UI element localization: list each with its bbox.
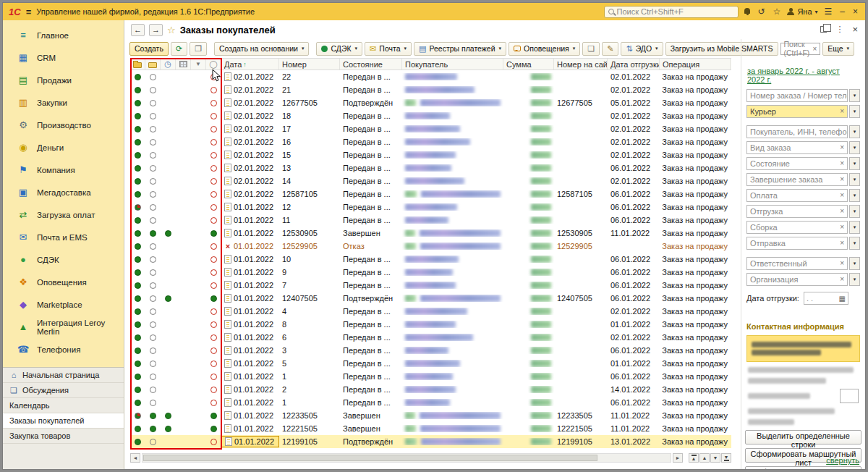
- clear-filter-icon[interactable]: ×: [838, 259, 844, 267]
- filter-input-courier[interactable]: Курьер×: [746, 105, 848, 118]
- column-header-folder-icon[interactable]: [145, 59, 161, 69]
- small-input[interactable]: [840, 389, 859, 403]
- table-row[interactable]: ×01.01.202212529905Отказ12529905Заказ на…: [130, 240, 731, 253]
- sidebar-item-purchases[interactable]: ▥Закупки: [3, 91, 124, 114]
- sidebar-item-leroy[interactable]: ▲Интеграция Leroy Merlin: [3, 316, 124, 338]
- filter-input-state[interactable]: Состояние×: [746, 157, 848, 170]
- window-tab-customer-orders[interactable]: Заказы покупателей: [3, 413, 124, 429]
- sidebar-item-post-ems[interactable]: ✉Почта и EMS: [3, 226, 124, 248]
- table-row[interactable]: 01.01.202212233505Завершен1223350511.01.…: [130, 409, 731, 422]
- document-button[interactable]: ❏: [582, 42, 600, 56]
- create-button[interactable]: Создать: [129, 42, 169, 56]
- table-row[interactable]: 02.01.202221Передан в ...02.01.2022Заказ…: [130, 83, 731, 96]
- sidebar-item-production[interactable]: ⚙Производство: [3, 114, 124, 136]
- table-row[interactable]: 01.01.202211Передан в ...06.01.2022Заказ…: [130, 214, 731, 227]
- column-header-state[interactable]: Состояние: [340, 59, 402, 69]
- row-down-icon[interactable]: ▼: [710, 453, 720, 463]
- filter-dropdown-icon[interactable]: ▾: [849, 105, 860, 118]
- window-tab-discussions[interactable]: ❏Обсуждения: [3, 383, 124, 398]
- table-row[interactable]: 02.01.202217Передан в ...02.01.2022Заказ…: [130, 122, 731, 135]
- edit-list-button[interactable]: ✎: [602, 42, 618, 56]
- table-row[interactable]: 02.01.202212677505Подтверждён1267750505.…: [130, 96, 731, 109]
- table-row[interactable]: 02.01.202214Передан в ...02.01.2022Заказ…: [130, 174, 731, 187]
- edo-menu-button[interactable]: ⇅ЭДО▾: [621, 42, 663, 56]
- select-rows-button[interactable]: Выделить определенные строки: [745, 430, 861, 444]
- filter-input-customer[interactable]: Покупатель, ИНН, телефон×: [746, 125, 848, 138]
- cdek-menu-button[interactable]: СДЭК▾: [316, 42, 362, 56]
- filter-input-shipment[interactable]: Отгрузка×: [746, 205, 848, 218]
- clear-filter-icon[interactable]: ×: [838, 239, 844, 247]
- clear-filter-icon[interactable]: ×: [838, 191, 844, 199]
- period-link[interactable]: за январь 2022 г. - август 2022 г.: [747, 67, 859, 84]
- table-row[interactable]: 01.01.202212221505Завершен1222150511.01.…: [130, 422, 731, 435]
- table-row[interactable]: 01.01.20223Передан в ...06.01.2022Заказ …: [130, 344, 731, 357]
- favorites-icon[interactable]: ☆: [772, 7, 783, 17]
- sidebar-item-marketplace[interactable]: ◆Marketplace: [3, 293, 124, 316]
- table-row[interactable]: 01.01.20229Передан в ...06.01.2022Заказ …: [130, 266, 731, 279]
- table-row[interactable]: 01.01.20225Передан в ...01.01.2022Заказ …: [130, 357, 731, 370]
- table-row[interactable]: 01.01.20221Передан в ...06.01.2022Заказ …: [130, 370, 731, 383]
- sidebar-item-sales[interactable]: ▤Продажи: [3, 69, 124, 91]
- scrollbar-thumb[interactable]: [143, 455, 597, 461]
- sidebar-item-company[interactable]: ⚑Компания: [3, 159, 124, 181]
- calendar-icon[interactable]: ▦: [838, 295, 845, 303]
- go-last-row-icon[interactable]: ▼: [721, 453, 731, 463]
- filter-dropdown-icon[interactable]: ▾: [849, 221, 860, 234]
- table-row[interactable]: 01.01.202212407505Подтверждён1240750506.…: [130, 292, 731, 305]
- clear-filter-icon[interactable]: ×: [838, 207, 844, 215]
- column-header-date[interactable]: Дата↑: [221, 59, 279, 69]
- filter-dropdown-icon[interactable]: ▾: [849, 157, 860, 170]
- filter-input-order-number[interactable]: Номер заказа / Номер телефона×: [746, 89, 848, 102]
- filter-dropdown-icon[interactable]: ▾: [849, 189, 860, 202]
- window-tab-goods-purchase[interactable]: Закупка товаров: [3, 429, 124, 444]
- filter-dropdown-icon[interactable]: ▾: [849, 89, 860, 102]
- scroll-left-icon[interactable]: ◄: [130, 453, 140, 463]
- refresh-button[interactable]: ⟳: [171, 42, 187, 56]
- filter-input-payment[interactable]: Оплата×: [746, 189, 848, 202]
- filter-input-completion[interactable]: Завершение заказа×: [746, 173, 848, 186]
- more-menu-icon[interactable]: ⋮: [835, 25, 843, 34]
- clear-filter-icon[interactable]: ×: [838, 159, 844, 167]
- table-row[interactable]: 02.01.202213Передан в ...06.01.2022Заказ…: [130, 161, 731, 174]
- column-header-site-number[interactable]: Номер на сайте: [554, 59, 608, 69]
- filter-input-dispatch[interactable]: Отправка×: [746, 237, 848, 250]
- column-header-funnel-icon[interactable]: ▼: [191, 59, 206, 69]
- column-header-circle-icon[interactable]: ◯: [206, 59, 221, 69]
- column-header-clock-icon[interactable]: ◷: [161, 59, 176, 69]
- main-menu-icon[interactable]: ≡: [26, 7, 32, 17]
- column-header-operation[interactable]: Операция: [660, 59, 731, 69]
- filter-input-organization[interactable]: Организация×: [746, 273, 848, 286]
- window-tab-calendar[interactable]: Календарь: [3, 398, 124, 413]
- global-search-input[interactable]: Поиск Ctrl+Shift+F: [604, 6, 739, 18]
- sidebar-item-notifications[interactable]: ❖Оповещения: [3, 271, 124, 293]
- service-menu-icon[interactable]: ☰: [823, 7, 834, 17]
- filter-dropdown-icon[interactable]: ▾: [849, 173, 860, 186]
- filter-dropdown-icon[interactable]: ▾: [849, 237, 860, 250]
- user-menu[interactable]: Яна ▾: [787, 7, 817, 16]
- sidebar-item-cdek[interactable]: ●СДЭК: [3, 248, 124, 271]
- notifications-menu-button[interactable]: Оповещения▾: [509, 42, 580, 56]
- sidebar-item-payments-load[interactable]: ⇄Загрузка оплат: [3, 203, 124, 226]
- mail-menu-button[interactable]: ✉Почта▾: [365, 42, 412, 56]
- sidebar-item-crm[interactable]: ▦CRM: [3, 46, 124, 69]
- table-row[interactable]: 01.01.20222Передан в ...14.01.2022Заказ …: [130, 383, 731, 396]
- scrollbar-track[interactable]: [142, 453, 671, 463]
- minimize-icon[interactable]: –: [838, 7, 846, 17]
- get-link-icon[interactable]: [820, 26, 827, 33]
- clear-filter-icon[interactable]: ×: [838, 107, 844, 115]
- table-row[interactable]: 01.01.202210Передан в ...06.01.2022Заказ…: [130, 253, 731, 266]
- filter-dropdown-icon[interactable]: ▾: [849, 205, 860, 218]
- sidebar-item-megadelivery[interactable]: ▣Мегадоставка: [3, 181, 124, 203]
- favorite-star-icon[interactable]: ☆: [167, 25, 176, 35]
- sidebar-item-main[interactable]: ≡Главное: [3, 24, 124, 46]
- column-header-grid-icon[interactable]: [176, 59, 191, 69]
- table-row[interactable]: 01.01.20221Передан в ...06.01.2022Заказ …: [130, 396, 731, 409]
- sidebar-item-telephony[interactable]: ☎Телефония: [3, 338, 124, 361]
- table-row[interactable]: 02.01.202212587105Передан в ...125871050…: [130, 187, 731, 201]
- table-row[interactable]: 01.01.202212199105Подтверждён1219910513.…: [130, 435, 731, 448]
- ship-date-input[interactable]: . . ▦: [804, 292, 848, 305]
- table-row[interactable]: 01.01.202212530905Завершен1253090511.01.…: [130, 227, 731, 240]
- table-row[interactable]: 01.01.20228Передан в ...01.01.2022Заказ …: [130, 318, 731, 331]
- payment-registers-button[interactable]: ▤Реестры платежей▾: [414, 42, 506, 56]
- column-header-sum[interactable]: Сумма: [503, 59, 554, 69]
